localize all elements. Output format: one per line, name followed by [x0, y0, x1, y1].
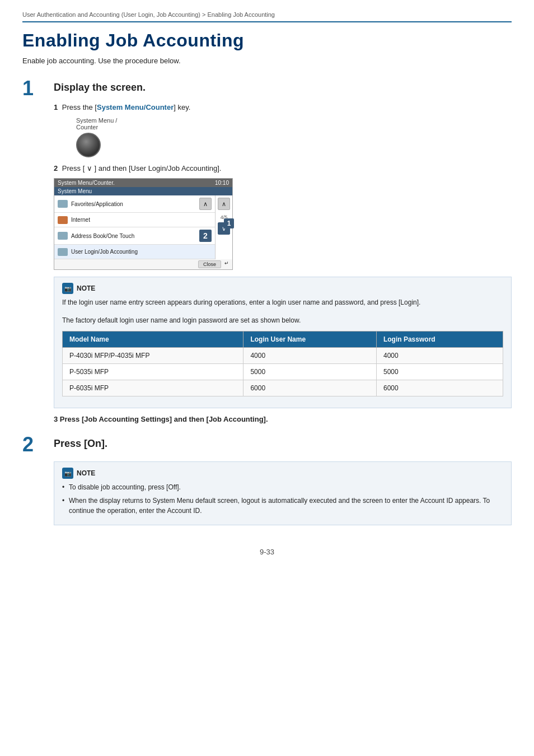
username-3: 6000 [243, 380, 377, 396]
substep-1-3: 3 Press [Job Accounting Settings] and th… [54, 415, 512, 423]
step1-title: Display the screen. [54, 82, 146, 94]
username-1: 4000 [243, 348, 377, 364]
note-header-2: NOTE [77, 469, 95, 477]
note-icon-1: 📷 [62, 283, 73, 294]
step2-title: Press [On]. [54, 438, 107, 450]
intro-text: Enable job accounting. Use the procedure… [22, 57, 512, 65]
note2-bullet-2: When the display returns to System Menu … [62, 496, 503, 516]
device-button [76, 133, 101, 157]
model-3: P-6035i MFP [63, 380, 243, 396]
address-icon [58, 232, 68, 240]
close-btn[interactable]: Close [198, 260, 221, 268]
screen-mockup: System Menu/Counter. 10:10 System Menu F… [54, 178, 233, 270]
screen-submenu: System Menu [54, 187, 232, 195]
password-1: 4000 [376, 348, 503, 364]
internet-icon [58, 216, 68, 224]
table-row: P-5035i MFP 5000 5000 [63, 364, 503, 380]
screen-header-right: 10:10 [215, 180, 229, 186]
username-2: 5000 [243, 364, 377, 380]
breadcrumb: User Authentication and Accounting (User… [22, 11, 512, 22]
note-header-1: NOTE [77, 284, 95, 292]
page-title: Enabling Job Accounting [22, 30, 512, 51]
note2-bullet-1: To disable job accounting, press [Off]. [62, 482, 503, 492]
note2-list: To disable job accounting, press [Off]. … [62, 482, 503, 516]
screen-row-address: Address Book/One Touch 2 [54, 227, 215, 245]
step1-number: 1 [22, 78, 45, 99]
page-number: 9-33 [22, 548, 512, 556]
note-text-1b: The factory default login user name and … [62, 315, 503, 325]
model-2: P-5035i MFP [63, 364, 243, 380]
password-3: 6000 [376, 380, 503, 396]
col-password: Login Password [376, 332, 503, 348]
favorites-icon [58, 200, 68, 208]
login-table: Model Name Login User Name Login Passwor… [62, 331, 503, 396]
up-arrow: ∧ [199, 198, 212, 210]
table-row: P-6035i MFP 6000 6000 [63, 380, 503, 396]
device-label: System Menu / Counter [76, 117, 117, 130]
address-badge: 2 [199, 230, 212, 242]
userlogin-icon [58, 248, 68, 256]
note-icon-2: 📷 [62, 468, 73, 479]
step2-number: 2 [22, 435, 45, 455]
scroll-down-btn[interactable]: ∨ 1 [218, 222, 230, 235]
col-username: Login User Name [243, 332, 377, 348]
screen-header-left: System Menu/Counter. [58, 180, 115, 186]
password-2: 5000 [376, 364, 503, 380]
note-text-1a: If the login user name entry screen appe… [62, 297, 503, 307]
screen-row-favorites: Favorites/Application ∧ [54, 195, 215, 213]
device-image: System Menu / Counter [71, 117, 512, 157]
substep-1-2: 2 Press [ ∨ ] and then [User Login/Job A… [54, 164, 512, 172]
model-1: P-4030i MFP/P-4035i MFP [63, 348, 243, 364]
screen-row-internet: Internet [54, 213, 215, 227]
note-box-2: 📷 NOTE To disable job accounting, press … [54, 461, 512, 525]
screen-row-userlogin: User Login/Job Accounting [54, 245, 215, 259]
note-box-1: 📷 NOTE If the login user name entry scre… [54, 277, 512, 408]
system-menu-link: System Menu/Counter [97, 103, 174, 111]
col-model: Model Name [63, 332, 243, 348]
table-row: P-4030i MFP/P-4035i MFP 4000 4000 [63, 348, 503, 364]
substep-1-1: 1 Press the [System Menu/Counter] key. [54, 103, 512, 111]
scroll-up-btn[interactable]: ∧ [218, 198, 230, 210]
